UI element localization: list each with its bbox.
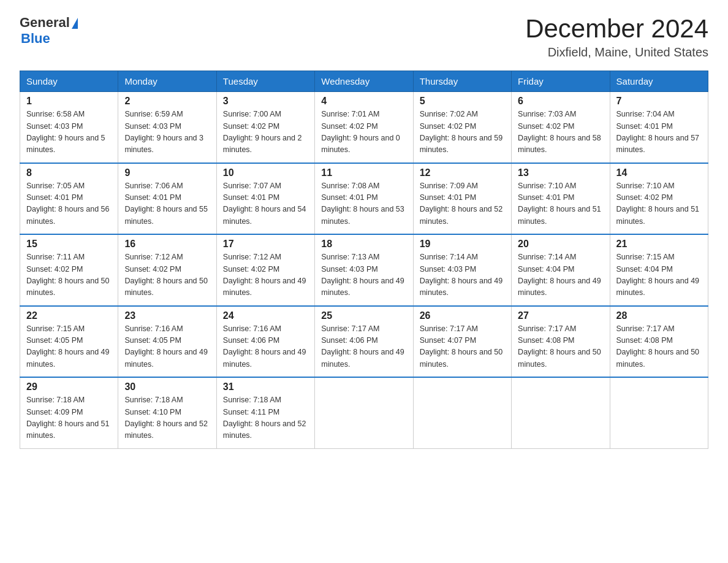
logo-blue-text: Blue: [21, 31, 50, 47]
day-number: 28: [616, 310, 702, 321]
day-info: Sunrise: 7:12 AMSunset: 4:02 PMDaylight:…: [124, 253, 208, 297]
day-info: Sunrise: 7:14 AMSunset: 4:04 PMDaylight:…: [518, 253, 601, 297]
calendar-cell: 1 Sunrise: 6:58 AMSunset: 4:03 PMDayligh…: [20, 92, 118, 163]
calendar-cell: 6 Sunrise: 7:03 AMSunset: 4:02 PMDayligh…: [512, 92, 610, 163]
calendar-cell: 16 Sunrise: 7:12 AMSunset: 4:02 PMDaylig…: [118, 234, 216, 306]
calendar-cell: 7 Sunrise: 7:04 AMSunset: 4:01 PMDayligh…: [610, 92, 708, 163]
day-number: 14: [616, 167, 702, 178]
calendar-cell: 5 Sunrise: 7:02 AMSunset: 4:02 PMDayligh…: [413, 92, 511, 163]
day-info: Sunrise: 7:05 AMSunset: 4:01 PMDaylight:…: [26, 182, 110, 226]
day-number: 22: [26, 310, 112, 321]
calendar-cell: 28 Sunrise: 7:17 AMSunset: 4:08 PMDaylig…: [610, 306, 708, 378]
day-info: Sunrise: 7:17 AMSunset: 4:08 PMDaylight:…: [518, 324, 601, 369]
calendar-week-row: 15 Sunrise: 7:11 AMSunset: 4:02 PMDaylig…: [20, 234, 708, 306]
calendar-cell: 17 Sunrise: 7:12 AMSunset: 4:02 PMDaylig…: [216, 234, 314, 306]
day-number: 27: [518, 310, 603, 321]
calendar-week-row: 29 Sunrise: 7:18 AMSunset: 4:09 PMDaylig…: [20, 377, 708, 448]
day-info: Sunrise: 7:10 AMSunset: 4:01 PMDaylight:…: [518, 182, 601, 226]
calendar-cell: 18 Sunrise: 7:13 AMSunset: 4:03 PMDaylig…: [315, 234, 413, 306]
calendar-week-row: 8 Sunrise: 7:05 AMSunset: 4:01 PMDayligh…: [20, 163, 708, 235]
calendar-week-row: 22 Sunrise: 7:15 AMSunset: 4:05 PMDaylig…: [20, 306, 708, 378]
day-number: 17: [223, 239, 308, 250]
page-header: General Blue December 2024 Dixfield, Mai…: [20, 15, 708, 59]
day-info: Sunrise: 7:17 AMSunset: 4:07 PMDaylight:…: [420, 324, 503, 369]
day-info: Sunrise: 7:13 AMSunset: 4:03 PMDaylight:…: [321, 253, 404, 297]
calendar-cell: 30 Sunrise: 7:18 AMSunset: 4:10 PMDaylig…: [118, 377, 216, 448]
calendar-cell: [512, 377, 610, 448]
day-info: Sunrise: 7:16 AMSunset: 4:05 PMDaylight:…: [124, 324, 208, 369]
title-section: December 2024 Dixfield, Maine, United St…: [525, 15, 708, 59]
day-info: Sunrise: 7:15 AMSunset: 4:04 PMDaylight:…: [616, 253, 700, 297]
day-number: 31: [223, 381, 308, 393]
calendar-cell: 21 Sunrise: 7:15 AMSunset: 4:04 PMDaylig…: [610, 234, 708, 306]
calendar-cell: 20 Sunrise: 7:14 AMSunset: 4:04 PMDaylig…: [512, 234, 610, 306]
day-number: 1: [26, 96, 112, 107]
day-number: 18: [321, 239, 406, 250]
day-info: Sunrise: 7:18 AMSunset: 4:11 PMDaylight:…: [223, 396, 306, 440]
calendar-week-row: 1 Sunrise: 6:58 AMSunset: 4:03 PMDayligh…: [20, 92, 708, 163]
day-info: Sunrise: 7:06 AMSunset: 4:01 PMDaylight:…: [124, 182, 208, 226]
day-number: 7: [616, 96, 702, 107]
day-info: Sunrise: 6:58 AMSunset: 4:03 PMDaylight:…: [26, 110, 105, 154]
logo: General Blue: [20, 15, 78, 47]
calendar-cell: 3 Sunrise: 7:00 AMSunset: 4:02 PMDayligh…: [216, 92, 314, 163]
calendar-cell: 23 Sunrise: 7:16 AMSunset: 4:05 PMDaylig…: [118, 306, 216, 378]
day-number: 23: [124, 310, 210, 321]
day-number: 20: [518, 239, 603, 250]
day-info: Sunrise: 7:00 AMSunset: 4:02 PMDaylight:…: [223, 110, 302, 154]
day-info: Sunrise: 7:18 AMSunset: 4:09 PMDaylight:…: [26, 396, 110, 440]
header-tuesday: Tuesday: [216, 71, 314, 92]
calendar-cell: 4 Sunrise: 7:01 AMSunset: 4:02 PMDayligh…: [315, 92, 413, 163]
calendar-cell: [413, 377, 511, 448]
day-info: Sunrise: 7:04 AMSunset: 4:01 PMDaylight:…: [616, 110, 700, 154]
day-number: 21: [616, 239, 702, 250]
day-number: 8: [26, 167, 112, 178]
day-number: 13: [518, 167, 603, 178]
calendar-cell: 13 Sunrise: 7:10 AMSunset: 4:01 PMDaylig…: [512, 163, 610, 235]
logo-triangle-icon: [72, 18, 78, 29]
day-info: Sunrise: 7:15 AMSunset: 4:05 PMDaylight:…: [26, 324, 110, 369]
calendar-cell: 22 Sunrise: 7:15 AMSunset: 4:05 PMDaylig…: [20, 306, 118, 378]
day-info: Sunrise: 7:01 AMSunset: 4:02 PMDaylight:…: [321, 110, 400, 154]
day-number: 5: [420, 96, 505, 107]
header-thursday: Thursday: [413, 71, 511, 92]
day-number: 9: [124, 167, 210, 178]
calendar-cell: [315, 377, 413, 448]
day-number: 10: [223, 167, 308, 178]
calendar-cell: 31 Sunrise: 7:18 AMSunset: 4:11 PMDaylig…: [216, 377, 314, 448]
day-number: 16: [124, 239, 210, 250]
day-number: 29: [26, 381, 112, 393]
day-info: Sunrise: 7:08 AMSunset: 4:01 PMDaylight:…: [321, 182, 404, 226]
day-number: 12: [420, 167, 505, 178]
header-wednesday: Wednesday: [315, 71, 413, 92]
header-sunday: Sunday: [20, 71, 118, 92]
day-number: 11: [321, 167, 406, 178]
logo-general-text: General: [20, 15, 70, 31]
month-title: December 2024: [525, 15, 708, 43]
day-info: Sunrise: 7:10 AMSunset: 4:02 PMDaylight:…: [616, 182, 700, 226]
calendar-cell: 29 Sunrise: 7:18 AMSunset: 4:09 PMDaylig…: [20, 377, 118, 448]
day-info: Sunrise: 7:16 AMSunset: 4:06 PMDaylight:…: [223, 324, 306, 369]
calendar-cell: 15 Sunrise: 7:11 AMSunset: 4:02 PMDaylig…: [20, 234, 118, 306]
calendar-cell: 9 Sunrise: 7:06 AMSunset: 4:01 PMDayligh…: [118, 163, 216, 235]
day-number: 26: [420, 310, 505, 321]
day-info: Sunrise: 7:17 AMSunset: 4:08 PMDaylight:…: [616, 324, 700, 369]
calendar-cell: 8 Sunrise: 7:05 AMSunset: 4:01 PMDayligh…: [20, 163, 118, 235]
calendar-cell: 19 Sunrise: 7:14 AMSunset: 4:03 PMDaylig…: [413, 234, 511, 306]
header-monday: Monday: [118, 71, 216, 92]
calendar-cell: [610, 377, 708, 448]
calendar-cell: 2 Sunrise: 6:59 AMSunset: 4:03 PMDayligh…: [118, 92, 216, 163]
calendar-cell: 27 Sunrise: 7:17 AMSunset: 4:08 PMDaylig…: [512, 306, 610, 378]
day-number: 4: [321, 96, 406, 107]
day-number: 3: [223, 96, 308, 107]
day-number: 19: [420, 239, 505, 250]
calendar-cell: 14 Sunrise: 7:10 AMSunset: 4:02 PMDaylig…: [610, 163, 708, 235]
day-info: Sunrise: 7:03 AMSunset: 4:02 PMDaylight:…: [518, 110, 601, 154]
day-number: 30: [124, 381, 210, 393]
location-title: Dixfield, Maine, United States: [525, 45, 708, 59]
day-info: Sunrise: 7:14 AMSunset: 4:03 PMDaylight:…: [420, 253, 503, 297]
calendar-cell: 25 Sunrise: 7:17 AMSunset: 4:06 PMDaylig…: [315, 306, 413, 378]
calendar-cell: 26 Sunrise: 7:17 AMSunset: 4:07 PMDaylig…: [413, 306, 511, 378]
day-number: 25: [321, 310, 406, 321]
day-number: 6: [518, 96, 603, 107]
